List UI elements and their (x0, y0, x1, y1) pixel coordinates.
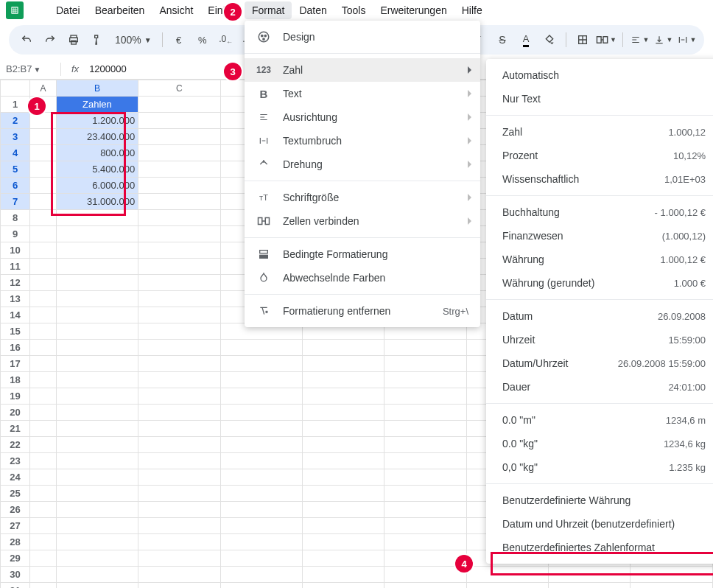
currency-button[interactable]: € (169, 29, 189, 50)
row-header[interactable]: 6 (1, 178, 30, 194)
numfmt-duration[interactable]: Dauer24:01:00 (486, 375, 713, 399)
cell[interactable] (56, 567, 138, 583)
row-header[interactable]: 15 (1, 323, 30, 340)
numfmt-accounting[interactable]: Buchhaltung- 1.000,12 € (486, 200, 713, 224)
numfmt-custom-number[interactable]: Benutzerdefiniertes Zahlenformat (486, 536, 713, 559)
cell[interactable] (30, 437, 57, 453)
cell[interactable] (56, 356, 138, 372)
borders-button[interactable] (572, 29, 593, 50)
cell[interactable] (138, 453, 220, 469)
numfmt-date[interactable]: Datum26.09.2008 (486, 304, 713, 328)
format-alignment[interactable]: Ausrichtung (245, 105, 480, 129)
valign-button[interactable]: ▼ (653, 29, 673, 50)
cell[interactable] (30, 356, 57, 372)
numfmt-number[interactable]: Zahl1.000,12 (486, 120, 713, 144)
row-header[interactable]: 2 (1, 113, 30, 129)
cell[interactable] (220, 502, 302, 518)
row-header[interactable]: 29 (1, 550, 30, 567)
cell[interactable] (302, 502, 384, 518)
cell[interactable] (384, 388, 466, 405)
cell[interactable] (138, 550, 220, 567)
cell[interactable] (138, 291, 220, 307)
menu-file[interactable]: Datei (49, 1, 88, 19)
row-header[interactable]: 27 (1, 518, 30, 534)
cell[interactable] (138, 502, 220, 518)
cell[interactable] (220, 372, 302, 388)
cell[interactable] (138, 469, 220, 486)
format-text[interactable]: B Text (245, 82, 480, 105)
cell[interactable] (138, 534, 220, 550)
cell[interactable] (384, 469, 466, 486)
cell[interactable] (302, 453, 384, 469)
row-header[interactable]: 22 (1, 437, 30, 453)
cell[interactable] (30, 372, 57, 388)
cell[interactable] (30, 210, 57, 226)
cell[interactable] (30, 486, 57, 502)
cell[interactable] (138, 259, 220, 275)
cell[interactable] (549, 583, 631, 589)
cell[interactable] (138, 178, 220, 194)
cell[interactable] (302, 486, 384, 502)
row-header[interactable]: 12 (1, 275, 30, 291)
menu-help[interactable]: Hilfe (454, 1, 490, 19)
cell[interactable] (220, 421, 302, 437)
cell[interactable] (220, 388, 302, 405)
row-header[interactable]: 19 (1, 388, 30, 405)
cell[interactable] (56, 437, 138, 453)
cell[interactable] (302, 405, 384, 421)
cell[interactable] (138, 97, 220, 113)
decrease-decimal-button[interactable]: .0← (216, 29, 236, 50)
cell[interactable] (220, 534, 302, 550)
cell[interactable] (220, 518, 302, 534)
cell[interactable] (138, 356, 220, 372)
format-rotation[interactable]: Drehung (245, 153, 480, 176)
row-header[interactable]: 5 (1, 161, 30, 178)
cell[interactable]: 5.400.000 (56, 161, 138, 178)
cell[interactable]: 23.400.000 (56, 129, 138, 145)
cell[interactable] (384, 550, 466, 567)
cell[interactable] (30, 405, 57, 421)
cell[interactable] (56, 291, 138, 307)
cell[interactable] (56, 405, 138, 421)
row-header[interactable]: 9 (1, 226, 30, 242)
cell[interactable] (30, 583, 57, 589)
percent-button[interactable]: % (192, 29, 213, 50)
cell[interactable]: 31.000.000 (56, 194, 138, 210)
cell[interactable] (30, 161, 57, 178)
numfmt-plain[interactable]: Nur Text (486, 87, 713, 111)
cell[interactable] (30, 550, 57, 567)
format-altcolors[interactable]: Abwechselnde Farben (245, 266, 480, 290)
strike-button[interactable]: S (492, 29, 513, 50)
cell[interactable] (56, 226, 138, 242)
cell[interactable] (138, 210, 220, 226)
cell[interactable] (384, 583, 466, 589)
cell[interactable] (30, 242, 57, 259)
cell[interactable] (30, 469, 57, 486)
cell[interactable] (30, 291, 57, 307)
cell[interactable] (302, 583, 384, 589)
row-header[interactable]: 10 (1, 242, 30, 259)
cell[interactable] (466, 583, 548, 589)
cell[interactable] (30, 113, 57, 129)
undo-button[interactable] (16, 29, 37, 50)
menu-view[interactable]: Ansicht (152, 1, 200, 19)
cell[interactable] (631, 567, 713, 583)
cell[interactable] (384, 567, 466, 583)
cell[interactable] (30, 567, 57, 583)
row-header[interactable]: 1 (1, 97, 30, 113)
numfmt-custom-currency[interactable]: Benutzerdefinierte Währung (486, 489, 713, 512)
cell[interactable] (220, 469, 302, 486)
format-wrap[interactable]: Textumbruch (245, 129, 480, 153)
cell[interactable] (30, 259, 57, 275)
cell[interactable] (384, 340, 466, 356)
cell[interactable] (30, 178, 57, 194)
numfmt-time[interactable]: Uhrzeit15:59:00 (486, 328, 713, 351)
cell[interactable] (631, 583, 713, 589)
numfmt-currency[interactable]: Währung1.000,12 € (486, 248, 713, 271)
cell[interactable] (138, 226, 220, 242)
cell[interactable] (220, 453, 302, 469)
cell[interactable] (30, 307, 57, 323)
cell[interactable] (138, 583, 220, 589)
row-header[interactable]: 7 (1, 194, 30, 210)
cell[interactable] (30, 518, 57, 534)
